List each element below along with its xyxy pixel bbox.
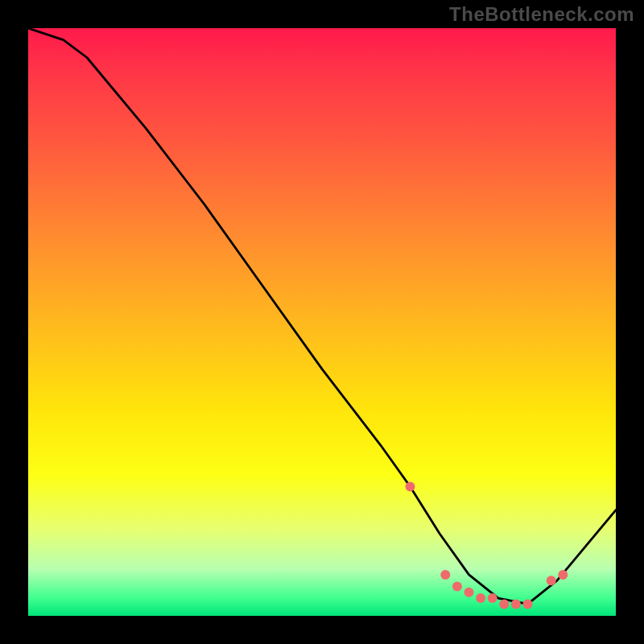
- curve-marker: [547, 576, 556, 585]
- curve-marker: [558, 570, 568, 580]
- curve-marker: [476, 593, 485, 603]
- chart-frame: TheBottleneck.com: [0, 0, 644, 644]
- chart-svg: [28, 28, 616, 616]
- curve-marker: [440, 570, 450, 580]
- curve-marker: [452, 582, 462, 592]
- curve-marker: [488, 593, 497, 603]
- curve-marker: [523, 599, 533, 609]
- curve-marker: [406, 481, 415, 491]
- curve-line: [28, 28, 616, 604]
- watermark-label: TheBottleneck.com: [449, 3, 634, 26]
- curve-marker: [464, 588, 474, 597]
- curve-marker: [499, 599, 509, 609]
- curve-marker: [511, 599, 521, 609]
- plot-area: [28, 28, 616, 616]
